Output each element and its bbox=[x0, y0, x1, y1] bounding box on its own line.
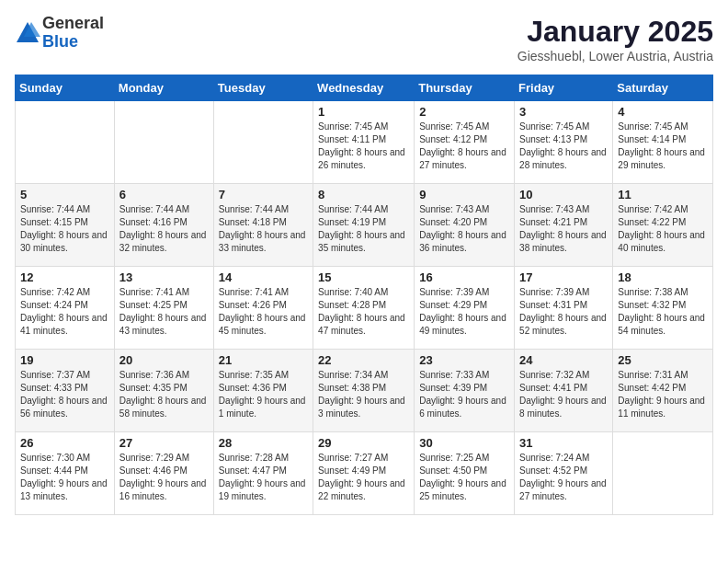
weekday-header-wednesday: Wednesday bbox=[313, 75, 415, 101]
day-number: 21 bbox=[219, 353, 308, 367]
weekday-header-sunday: Sunday bbox=[16, 75, 115, 101]
day-info: Sunrise: 7:30 AM Sunset: 4:44 PM Dayligh… bbox=[20, 452, 109, 503]
day-info: Sunrise: 7:42 AM Sunset: 4:22 PM Dayligh… bbox=[618, 203, 708, 255]
page-header: General Blue January 2025 Giesshuebl, Lo… bbox=[15, 15, 713, 63]
day-number: 8 bbox=[318, 188, 409, 201]
calendar-cell: 13Sunrise: 7:41 AM Sunset: 4:25 PM Dayli… bbox=[114, 267, 213, 350]
day-info: Sunrise: 7:39 AM Sunset: 4:29 PM Dayligh… bbox=[419, 286, 509, 338]
day-number: 2 bbox=[419, 105, 509, 119]
day-number: 31 bbox=[519, 436, 608, 450]
day-info: Sunrise: 7:37 AM Sunset: 4:33 PM Dayligh… bbox=[20, 369, 109, 420]
day-number: 10 bbox=[519, 188, 608, 201]
location: Giesshuebl, Lower Austria, Austria bbox=[518, 49, 713, 63]
calendar-cell: 1Sunrise: 7:45 AM Sunset: 4:11 PM Daylig… bbox=[313, 101, 415, 184]
day-info: Sunrise: 7:44 AM Sunset: 4:19 PM Dayligh… bbox=[318, 203, 409, 255]
day-info: Sunrise: 7:40 AM Sunset: 4:28 PM Dayligh… bbox=[318, 286, 409, 338]
calendar-cell bbox=[213, 101, 313, 184]
calendar-cell: 15Sunrise: 7:40 AM Sunset: 4:28 PM Dayli… bbox=[313, 267, 415, 350]
day-info: Sunrise: 7:44 AM Sunset: 4:15 PM Dayligh… bbox=[20, 203, 109, 255]
day-info: Sunrise: 7:38 AM Sunset: 4:32 PM Dayligh… bbox=[618, 286, 708, 338]
day-number: 26 bbox=[20, 436, 109, 450]
day-number: 9 bbox=[419, 188, 509, 201]
calendar-week-row: 26Sunrise: 7:30 AM Sunset: 4:44 PM Dayli… bbox=[16, 432, 713, 515]
weekday-header-row: SundayMondayTuesdayWednesdayThursdayFrid… bbox=[16, 75, 713, 101]
day-number: 17 bbox=[519, 270, 608, 284]
calendar-cell: 12Sunrise: 7:42 AM Sunset: 4:24 PM Dayli… bbox=[16, 267, 115, 350]
calendar-cell: 18Sunrise: 7:38 AM Sunset: 4:32 PM Dayli… bbox=[613, 267, 713, 350]
day-number: 3 bbox=[519, 105, 608, 119]
day-number: 18 bbox=[618, 270, 708, 284]
day-number: 20 bbox=[119, 353, 209, 367]
day-info: Sunrise: 7:32 AM Sunset: 4:41 PM Dayligh… bbox=[519, 369, 608, 420]
day-info: Sunrise: 7:45 AM Sunset: 4:12 PM Dayligh… bbox=[419, 121, 509, 172]
calendar-cell: 16Sunrise: 7:39 AM Sunset: 4:29 PM Dayli… bbox=[415, 267, 515, 350]
day-info: Sunrise: 7:43 AM Sunset: 4:21 PM Dayligh… bbox=[519, 203, 608, 255]
day-number: 22 bbox=[318, 353, 409, 367]
day-number: 24 bbox=[519, 353, 608, 367]
calendar-cell: 8Sunrise: 7:44 AM Sunset: 4:19 PM Daylig… bbox=[313, 184, 415, 267]
calendar-cell: 21Sunrise: 7:35 AM Sunset: 4:36 PM Dayli… bbox=[213, 350, 313, 432]
calendar-cell: 31Sunrise: 7:24 AM Sunset: 4:52 PM Dayli… bbox=[515, 432, 613, 515]
calendar-cell: 25Sunrise: 7:31 AM Sunset: 4:42 PM Dayli… bbox=[613, 350, 713, 432]
day-number: 6 bbox=[119, 188, 209, 201]
calendar-cell: 27Sunrise: 7:29 AM Sunset: 4:46 PM Dayli… bbox=[114, 432, 213, 515]
day-info: Sunrise: 7:35 AM Sunset: 4:36 PM Dayligh… bbox=[219, 369, 308, 420]
day-number: 30 bbox=[419, 436, 509, 450]
day-info: Sunrise: 7:45 AM Sunset: 4:13 PM Dayligh… bbox=[519, 121, 608, 172]
day-number: 13 bbox=[119, 270, 209, 284]
day-info: Sunrise: 7:43 AM Sunset: 4:20 PM Dayligh… bbox=[419, 203, 509, 255]
calendar-cell: 22Sunrise: 7:34 AM Sunset: 4:38 PM Dayli… bbox=[313, 350, 415, 432]
day-info: Sunrise: 7:31 AM Sunset: 4:42 PM Dayligh… bbox=[618, 369, 708, 420]
calendar-cell: 2Sunrise: 7:45 AM Sunset: 4:12 PM Daylig… bbox=[415, 101, 515, 184]
logo: General Blue bbox=[15, 15, 104, 52]
day-number: 27 bbox=[119, 436, 209, 450]
calendar-cell: 7Sunrise: 7:44 AM Sunset: 4:18 PM Daylig… bbox=[213, 184, 313, 267]
calendar-cell: 11Sunrise: 7:42 AM Sunset: 4:22 PM Dayli… bbox=[613, 184, 713, 267]
day-info: Sunrise: 7:39 AM Sunset: 4:31 PM Dayligh… bbox=[519, 286, 608, 338]
day-number: 7 bbox=[219, 188, 308, 201]
weekday-header-thursday: Thursday bbox=[415, 75, 515, 101]
day-info: Sunrise: 7:45 AM Sunset: 4:14 PM Dayligh… bbox=[618, 121, 708, 172]
day-number: 23 bbox=[419, 353, 509, 367]
month-title: January 2025 bbox=[518, 15, 713, 49]
calendar-cell: 28Sunrise: 7:28 AM Sunset: 4:47 PM Dayli… bbox=[213, 432, 313, 515]
day-number: 19 bbox=[20, 353, 109, 367]
day-number: 1 bbox=[318, 105, 409, 119]
weekday-header-friday: Friday bbox=[515, 75, 613, 101]
title-block: January 2025 Giesshuebl, Lower Austria, … bbox=[518, 15, 713, 63]
logo-general: General bbox=[42, 15, 104, 33]
calendar-week-row: 19Sunrise: 7:37 AM Sunset: 4:33 PM Dayli… bbox=[16, 350, 713, 432]
day-number: 25 bbox=[618, 353, 708, 367]
calendar-cell bbox=[613, 432, 713, 515]
day-info: Sunrise: 7:36 AM Sunset: 4:35 PM Dayligh… bbox=[119, 369, 209, 420]
calendar-cell: 17Sunrise: 7:39 AM Sunset: 4:31 PM Dayli… bbox=[515, 267, 613, 350]
day-info: Sunrise: 7:42 AM Sunset: 4:24 PM Dayligh… bbox=[20, 286, 109, 338]
day-info: Sunrise: 7:24 AM Sunset: 4:52 PM Dayligh… bbox=[519, 452, 608, 503]
calendar-cell: 3Sunrise: 7:45 AM Sunset: 4:13 PM Daylig… bbox=[515, 101, 613, 184]
calendar-cell: 23Sunrise: 7:33 AM Sunset: 4:39 PM Dayli… bbox=[415, 350, 515, 432]
day-number: 16 bbox=[419, 270, 509, 284]
day-number: 15 bbox=[318, 270, 409, 284]
day-info: Sunrise: 7:41 AM Sunset: 4:26 PM Dayligh… bbox=[219, 286, 308, 338]
calendar-cell: 4Sunrise: 7:45 AM Sunset: 4:14 PM Daylig… bbox=[613, 101, 713, 184]
calendar-cell bbox=[16, 101, 115, 184]
day-info: Sunrise: 7:45 AM Sunset: 4:11 PM Dayligh… bbox=[318, 121, 409, 172]
day-info: Sunrise: 7:27 AM Sunset: 4:49 PM Dayligh… bbox=[318, 452, 409, 503]
day-number: 4 bbox=[618, 105, 708, 119]
day-number: 29 bbox=[318, 436, 409, 450]
calendar-cell: 24Sunrise: 7:32 AM Sunset: 4:41 PM Dayli… bbox=[515, 350, 613, 432]
weekday-header-tuesday: Tuesday bbox=[213, 75, 313, 101]
day-info: Sunrise: 7:34 AM Sunset: 4:38 PM Dayligh… bbox=[318, 369, 409, 420]
calendar-cell: 10Sunrise: 7:43 AM Sunset: 4:21 PM Dayli… bbox=[515, 184, 613, 267]
day-number: 11 bbox=[618, 188, 708, 201]
calendar-cell: 30Sunrise: 7:25 AM Sunset: 4:50 PM Dayli… bbox=[415, 432, 515, 515]
calendar-week-row: 12Sunrise: 7:42 AM Sunset: 4:24 PM Dayli… bbox=[16, 267, 713, 350]
calendar-cell: 6Sunrise: 7:44 AM Sunset: 4:16 PM Daylig… bbox=[114, 184, 213, 267]
calendar-week-row: 5Sunrise: 7:44 AM Sunset: 4:15 PM Daylig… bbox=[16, 184, 713, 267]
day-info: Sunrise: 7:41 AM Sunset: 4:25 PM Dayligh… bbox=[119, 286, 209, 338]
calendar-cell: 19Sunrise: 7:37 AM Sunset: 4:33 PM Dayli… bbox=[16, 350, 115, 432]
day-number: 28 bbox=[219, 436, 308, 450]
logo-text: General Blue bbox=[42, 15, 104, 52]
day-info: Sunrise: 7:29 AM Sunset: 4:46 PM Dayligh… bbox=[119, 452, 209, 503]
calendar-cell: 26Sunrise: 7:30 AM Sunset: 4:44 PM Dayli… bbox=[16, 432, 115, 515]
